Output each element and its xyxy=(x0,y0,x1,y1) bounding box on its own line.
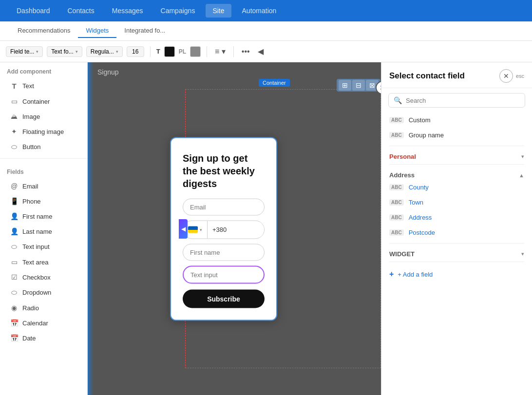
signup-title: Sign up to get the best weekly digests xyxy=(183,151,265,189)
sidebar-item-calendar-label: Calendar xyxy=(22,320,48,327)
address-section-chevron-icon[interactable]: ▲ xyxy=(519,172,524,178)
postcode-label: Postcode xyxy=(409,229,435,236)
firstname-input[interactable] xyxy=(183,244,265,261)
search-input[interactable] xyxy=(406,97,520,104)
sidebar-item-container[interactable]: ▭ Container xyxy=(3,94,84,109)
sidebar-item-firstname[interactable]: 👤 First name xyxy=(3,209,84,224)
panel-row-county[interactable]: ABC County xyxy=(385,180,528,195)
radio-icon: ◉ xyxy=(10,304,19,312)
panel-divider-2 xyxy=(389,164,524,165)
sidebar-item-email[interactable]: @ Email xyxy=(3,179,84,193)
panel-row-groupname[interactable]: ABC Group name xyxy=(385,128,528,143)
dropdown-icon: ⬭ xyxy=(10,288,19,297)
more-options-button[interactable]: ••• xyxy=(240,46,252,57)
sidebar-item-dropdown-label: Dropdown xyxy=(22,289,51,296)
sidebar-item-date-label: Date xyxy=(22,335,36,342)
panel-divider-4 xyxy=(389,262,524,262)
placeholder-color-swatch[interactable] xyxy=(190,46,201,57)
sidebar-item-textinput[interactable]: ⬭ Text input xyxy=(3,239,84,254)
sidebar-item-calendar[interactable]: 📅 Calendar xyxy=(3,316,84,330)
nav-automation[interactable]: Automation xyxy=(235,4,284,18)
style-chevron-icon: ▾ xyxy=(116,49,118,54)
abc-badge-town: ABC xyxy=(389,199,404,206)
container-label: Container xyxy=(259,79,290,87)
text-color-swatch[interactable] xyxy=(164,46,175,57)
right-panel-header: Select contact field ✕ esc xyxy=(381,62,532,88)
phone-input[interactable] xyxy=(208,222,265,238)
floating-image-icon: ✦ xyxy=(10,128,19,135)
email-input[interactable] xyxy=(183,198,265,215)
checkbox-icon: ☑ xyxy=(10,273,19,281)
sidebar-item-dropdown[interactable]: ⬭ Dropdown xyxy=(3,285,84,300)
panel-row-town[interactable]: ABC Town xyxy=(385,195,528,210)
nav-contacts[interactable]: Contacts xyxy=(61,4,101,18)
personal-section-title: Personal xyxy=(389,153,416,160)
toolbar-divider-2 xyxy=(207,46,207,57)
phone-row: ▾ xyxy=(183,220,265,239)
nav-messages[interactable]: Messages xyxy=(105,4,150,18)
style-select[interactable]: Regula... ▾ xyxy=(86,46,123,57)
sidebar-item-radio-label: Radio xyxy=(22,304,39,312)
field-type-chevron-icon: ▾ xyxy=(36,49,38,54)
canvas-left-arrow[interactable]: ◀ xyxy=(179,219,188,239)
sidebar-item-checkbox[interactable]: ☑ Checkbox xyxy=(3,270,84,284)
sidebar-item-button-label: Button xyxy=(22,143,41,150)
top-nav: Dashboard Contacts Messages Campaigns Si… xyxy=(0,0,532,21)
sidebar-item-textarea-label: Text area xyxy=(22,259,48,266)
sidebar-item-phone[interactable]: 📱 Phone xyxy=(3,194,84,208)
sidebar-item-floating-image[interactable]: ✦ Floating image xyxy=(3,124,84,139)
search-box: 🔍 xyxy=(388,93,525,108)
close-panel-button[interactable]: ✕ xyxy=(499,69,513,83)
sidebar-item-textinput-label: Text input xyxy=(22,243,50,250)
nav-dashboard[interactable]: Dashboard xyxy=(10,4,57,18)
sidebar-item-container-label: Container xyxy=(22,98,50,105)
nav-campaigns[interactable]: Campaigns xyxy=(154,4,202,18)
textinput-input[interactable] xyxy=(183,265,265,283)
personal-section-chevron-icon[interactable]: ▾ xyxy=(521,153,524,160)
button-icon: ⬭ xyxy=(10,143,19,151)
field-type-select[interactable]: Field te... ▾ xyxy=(6,46,43,57)
align-button[interactable]: ≡ ▾ xyxy=(213,46,228,57)
nav-site[interactable]: Site xyxy=(206,4,231,18)
align-left-button[interactable]: ⊞ xyxy=(339,80,351,91)
widget-section: WIDGET ▾ xyxy=(385,246,528,259)
sidebar-item-button[interactable]: ⬭ Button xyxy=(3,139,84,154)
panel-row-custom[interactable]: ABC Custom xyxy=(385,113,528,128)
subnav-recommendations[interactable]: Recommendations xyxy=(10,24,78,38)
sidebar-item-text[interactable]: T Text xyxy=(3,78,84,94)
sidebar-item-text-label: Text xyxy=(22,82,34,90)
sidebar-item-image[interactable]: ⛰ Image xyxy=(3,109,84,124)
phone-icon: 📱 xyxy=(10,197,19,205)
sidebar-item-lastname[interactable]: 👤 Last name xyxy=(3,224,84,239)
groupname-label: Group name xyxy=(409,132,444,139)
sidebar-item-textarea[interactable]: ▭ Text area xyxy=(3,255,84,269)
left-sidebar: Add component T Text ▭ Container ⛰ Image… xyxy=(0,62,88,395)
toolbar-divider-3 xyxy=(233,46,234,57)
abc-badge-address: ABC xyxy=(389,214,404,221)
canvas-area: Signup Container ⊞ ⊟ ⊠ ✕ Sign up to get … xyxy=(88,62,381,395)
abc-badge-postcode: ABC xyxy=(389,229,404,236)
font-select[interactable]: Text fo... ▾ xyxy=(47,46,82,57)
right-panel-title: Select contact field xyxy=(389,71,465,81)
abc-badge-county: ABC xyxy=(389,184,404,190)
text-icon: T xyxy=(10,82,19,90)
panel-row-postcode[interactable]: ABC Postcode xyxy=(385,225,528,240)
subnav-integrated[interactable]: Integrated fo... xyxy=(116,24,173,38)
back-arrow-button[interactable]: ◀ xyxy=(256,46,266,57)
right-panel: Select contact field ✕ esc 🔍 ABC Custom … xyxy=(381,62,532,395)
subnav-widgets[interactable]: Widgets xyxy=(78,24,116,38)
subscribe-button[interactable]: Subscribe xyxy=(183,289,265,308)
font-size-input[interactable]: 16 xyxy=(127,46,144,57)
sidebar-item-radio[interactable]: ◉ Radio xyxy=(3,301,84,315)
font-chevron-icon: ▾ xyxy=(76,49,78,54)
image-icon: ⛰ xyxy=(10,113,19,120)
align-center-button[interactable]: ⊟ xyxy=(352,80,365,91)
sidebar-item-date[interactable]: 📅 Date xyxy=(3,331,84,345)
address-section-title: Address xyxy=(389,171,415,179)
placeholder-color-label: PL xyxy=(179,48,186,55)
add-field-row[interactable]: + + Add a field xyxy=(385,265,528,283)
address-section: Address ▲ xyxy=(385,168,528,180)
panel-row-address[interactable]: ABC Address xyxy=(385,210,528,225)
widget-section-chevron-icon[interactable]: ▾ xyxy=(521,251,524,257)
textarea-icon: ▭ xyxy=(10,258,19,266)
